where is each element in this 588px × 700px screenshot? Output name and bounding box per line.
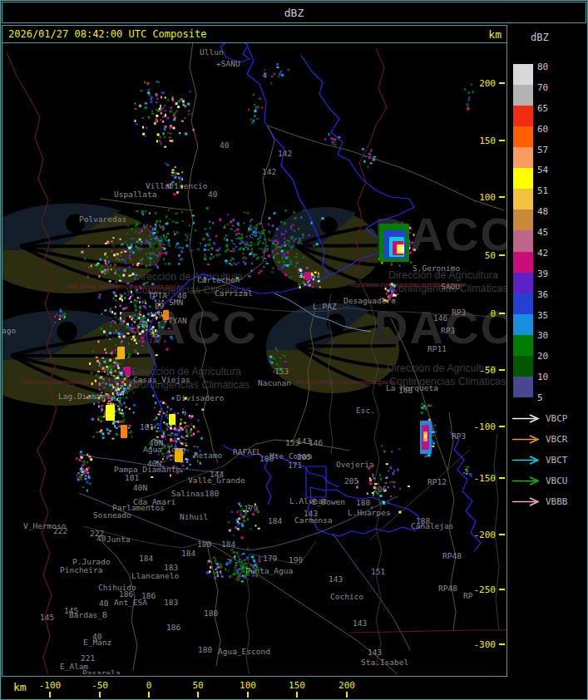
map-place-label: RP3: [441, 326, 455, 335]
scale-tick-label: 80: [537, 62, 548, 72]
storm-cell-core: [125, 367, 131, 376]
storm-cell-core: [304, 272, 311, 280]
map-place-label: Cartechen: [197, 275, 240, 284]
map-place-label: Salinas: [171, 489, 205, 498]
scale-block: [513, 64, 533, 85]
vector-legend-row: VBCU: [511, 476, 586, 486]
map-place-label: L.PAZ: [313, 302, 337, 311]
scale-tick-label: 70: [537, 81, 548, 92]
map-place-label: Desaguadero: [343, 296, 396, 305]
title-bar: dBZ: [2, 2, 586, 23]
road-line: [188, 43, 198, 292]
map-header: 2026/01/27 08:42:00 UTC Composite km: [2, 26, 506, 43]
y-axis-tick: [499, 196, 505, 198]
map-place-label: 101: [125, 473, 139, 482]
map-place-label: Bardas_B: [69, 610, 107, 619]
scale-block: [513, 230, 533, 251]
river-line: [306, 466, 326, 497]
map-place-label: 143: [304, 509, 318, 518]
map-place-label: 144: [210, 470, 224, 479]
y-axis-tick-label: -50: [479, 365, 496, 376]
map-place-label: RP48: [442, 551, 462, 560]
map-place-label: RP: [463, 591, 473, 600]
scale-block: [513, 356, 533, 377]
map-place-label: Uspallata: [114, 190, 156, 199]
window-title: dBZ: [284, 7, 304, 19]
x-axis-tick-label: 50: [192, 680, 203, 691]
map-place-label: 40: [220, 140, 230, 150]
map-place-label: 180: [198, 645, 212, 654]
map-place-label: 184: [181, 549, 195, 558]
watermark-layer: DACCDACCDACCDirección de Agriculturay Co…: [2, 203, 506, 406]
y-axis-tick: [499, 82, 505, 84]
map-place-label: 186: [166, 623, 180, 632]
map-place-label: 40: [96, 534, 106, 543]
map-place-label: Sosneado: [93, 510, 131, 520]
legend-panel: dBZ 807065605754514845423936353020105 VB…: [509, 25, 586, 677]
map-place-label: Pincheira: [60, 565, 102, 574]
storm-cell-core: [400, 247, 404, 252]
storm-cell-core: [106, 405, 115, 421]
map-place-label: 180: [197, 540, 211, 549]
scale-tick-label: 20: [537, 351, 548, 362]
y-axis-tick: [499, 254, 505, 256]
vector-arrow-icon: [511, 435, 542, 444]
y-axis-tick: [499, 140, 505, 141]
vector-legend-row: VBCT: [511, 455, 586, 465]
map-place-label: Ullun: [200, 47, 224, 57]
map-place-label: Nacunan: [258, 378, 291, 387]
scale-tick-label: 45: [537, 227, 548, 238]
map-place-label: 179: [263, 554, 277, 563]
scale-block: [513, 293, 533, 314]
y-axis-tick: [499, 589, 505, 590]
map-place-label: 180: [205, 489, 219, 498]
watermark-url-text: www.contingencias.mendoza.gov.ar: [294, 379, 395, 386]
map-place-label: +TYAN: [163, 316, 187, 325]
scale-tick-label: 39: [537, 268, 548, 279]
y-axis-tick-label: 100: [479, 192, 496, 203]
map-place-label: 101: [140, 422, 154, 431]
map-place-label: 142: [278, 149, 292, 158]
vector-arrow-icon: [511, 476, 542, 486]
storm-cell-core: [424, 434, 427, 438]
map-place-label: Junta: [106, 535, 131, 544]
map-place-label: Llancanelo: [131, 571, 179, 580]
vector-label: VBCP: [546, 413, 568, 424]
scale-tick-label: 5: [537, 392, 543, 403]
scale-tick-label: 60: [537, 123, 548, 134]
map-place-label: SMN: [169, 298, 183, 307]
map-place-label: Divisadero: [176, 393, 224, 402]
map-place-label: 146: [433, 313, 447, 323]
x-axis-tick-label: 150: [289, 680, 305, 691]
x-axis-tick: [99, 692, 101, 698]
x-axis-tick: [247, 692, 249, 698]
map-place-label: 183: [164, 598, 178, 607]
watermark-url-text: http://www.contingencias.mendoza.gov.ar: [22, 379, 139, 386]
scale-tick-label: 51: [537, 185, 548, 196]
scale-block: [513, 168, 533, 189]
map-place-label: 151: [371, 567, 385, 576]
y-axis-tick: [499, 369, 505, 371]
vector-legend-row: VBBB: [511, 496, 586, 506]
x-axis-unit-label: km: [13, 681, 27, 693]
vector-legend-row: VBCP: [511, 413, 586, 423]
map-place-label: Casas_Viejas: [133, 375, 190, 384]
scale-block: [513, 252, 533, 273]
scale-block: [513, 106, 533, 126]
map-place-label: 148: [398, 386, 413, 395]
y-axis-tick-label: 150: [479, 136, 496, 146]
scale-block: [513, 377, 533, 397]
map-place-label: 146: [309, 438, 323, 447]
scale-title: dBZ: [531, 32, 549, 43]
map-place-label: Retamo: [194, 451, 223, 460]
map-place-label: E_Bowen: [312, 497, 345, 506]
map-place-label: +SANU: [216, 59, 240, 68]
map-place-label: SAOU: [441, 282, 460, 291]
map-place-label: Cochico: [330, 592, 363, 601]
map-place-label: Pasarela: [82, 668, 121, 674]
x-axis-tick: [296, 692, 298, 698]
scale-block: [513, 189, 533, 210]
map-place-label: 142: [262, 167, 276, 176]
x-axis-tick: [148, 692, 150, 698]
road-line: [268, 126, 504, 210]
